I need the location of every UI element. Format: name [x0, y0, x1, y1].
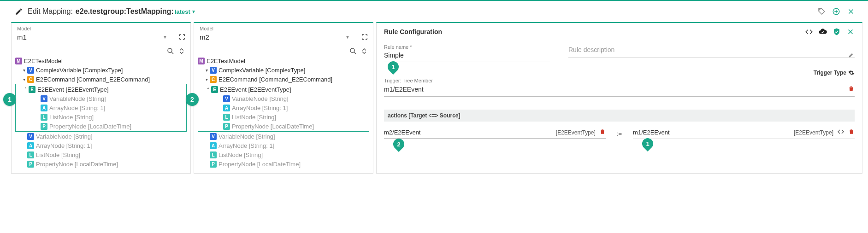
- delete-trigger-button[interactable]: [848, 85, 855, 93]
- variable-badge-icon: V: [223, 95, 230, 102]
- expand-icon[interactable]: ▾: [21, 68, 27, 73]
- tree-node-complex[interactable]: ▾ V ComplexVariable [ComplexType]: [198, 65, 369, 75]
- tree-node[interactable]: LListNode [String]: [17, 112, 185, 122]
- search-button[interactable]: [349, 47, 357, 55]
- version-chevron-icon[interactable]: ▾: [192, 8, 195, 15]
- array-badge-icon: A: [223, 105, 230, 111]
- array-badge-icon: A: [41, 105, 47, 111]
- tree-node-root[interactable]: M E2ETestModel: [198, 56, 369, 65]
- variable-badge-icon: V: [210, 67, 217, 74]
- mapping-version[interactable]: latest: [175, 8, 190, 15]
- tree-node[interactable]: PPropertyNode [LocalDateTime]: [15, 159, 187, 169]
- model-tree: M E2ETestModel ▾ V ComplexVariable [Comp…: [194, 56, 373, 173]
- list-badge-icon: L: [210, 151, 217, 158]
- close-button[interactable]: [847, 7, 855, 16]
- search-button[interactable]: [166, 47, 175, 55]
- trigger-type-label: Trigger Type: [814, 70, 846, 76]
- search-icon: [166, 47, 175, 55]
- rule-name-input[interactable]: [384, 50, 550, 62]
- action-row: m2/E2EEvent [E2EEventType] 2 := m1/E2EEv…: [384, 128, 855, 139]
- rule-close-button[interactable]: [846, 28, 855, 36]
- model-badge-icon: M: [15, 58, 22, 64]
- pencil-icon: [15, 7, 23, 16]
- sort-button[interactable]: [360, 47, 368, 55]
- tree-node[interactable]: VVariableNode [String]: [15, 132, 187, 141]
- tree-node-event[interactable]: ˄ E E2EEvent [E2EEventType]: [199, 85, 368, 94]
- tree-node-event[interactable]: ˄ E E2EEvent [E2EEventType]: [17, 85, 185, 94]
- expand-icon[interactable]: ▾: [21, 77, 27, 82]
- fullscreen-button[interactable]: [178, 33, 186, 41]
- fullscreen-icon: [361, 33, 368, 41]
- collapse-icon[interactable]: ˄: [22, 87, 29, 92]
- trash-icon: [848, 128, 855, 135]
- cloud-check-icon: [819, 28, 827, 36]
- page-header: Edit Mapping: e2e.testgroup:TestMapping:…: [0, 0, 868, 22]
- tree-node[interactable]: AArrayNode [String: 1]: [198, 141, 369, 150]
- collapse-icon[interactable]: ˄: [205, 87, 211, 92]
- tree-node-root[interactable]: M E2ETestModel: [15, 56, 187, 65]
- rule-description-input[interactable]: Rule description: [568, 44, 855, 58]
- tree-node-complex[interactable]: ▾ V ComplexVariable [ComplexType]: [15, 65, 187, 75]
- property-badge-icon: P: [41, 123, 47, 130]
- action-source-path: m1/E2EEvent: [633, 129, 670, 136]
- expand-icon[interactable]: ▾: [203, 68, 210, 73]
- edit-description-button[interactable]: [848, 52, 855, 59]
- cloud-button[interactable]: [819, 28, 827, 36]
- action-target-type: [E2EEventType]: [556, 129, 596, 136]
- search-icon: [349, 47, 357, 55]
- fullscreen-button[interactable]: [361, 33, 368, 41]
- tree-node[interactable]: AArrayNode [String: 1]: [15, 141, 187, 150]
- model-selected-value: m2: [200, 33, 345, 41]
- validate-button[interactable]: [833, 28, 841, 36]
- dropdown-caret-icon: ▼: [163, 35, 167, 40]
- rule-description-placeholder: Rule description: [568, 46, 614, 53]
- tree-node-command[interactable]: ▾ C E2ECommand [Command_E2ECommand]: [198, 75, 369, 84]
- trigger-type-button[interactable]: Trigger Type: [814, 70, 855, 76]
- code-view-button[interactable]: [805, 28, 813, 36]
- array-badge-icon: A: [27, 142, 34, 149]
- tree-node[interactable]: VVariableNode [String]: [198, 132, 369, 141]
- action-source-field[interactable]: m1/E2EEvent [E2EEventType] 1: [633, 128, 855, 139]
- tag-button[interactable]: [817, 7, 826, 16]
- delete-target-button[interactable]: [599, 128, 606, 136]
- action-target-field[interactable]: m2/E2EEvent [E2EEventType] 2: [384, 128, 606, 139]
- callout-marker-2: 2: [186, 93, 199, 106]
- expand-icon[interactable]: ▾: [203, 77, 210, 82]
- tree-node[interactable]: VVariableNode [String]: [199, 94, 368, 103]
- tree-node-command[interactable]: ▾ C E2ECommand [Command_E2ECommand]: [15, 75, 187, 84]
- add-button[interactable]: [832, 7, 840, 16]
- tree-node[interactable]: LListNode [String]: [198, 150, 369, 159]
- code-icon: [805, 28, 813, 36]
- tree-node[interactable]: LListNode [String]: [15, 150, 187, 159]
- tree-node[interactable]: PPropertyNode [LocalDateTime]: [17, 122, 185, 131]
- tree-node[interactable]: AArrayNode [String: 1]: [17, 103, 185, 112]
- command-badge-icon: C: [27, 76, 34, 83]
- model-tree: M E2ETestModel ▾ V ComplexVariable [Comp…: [12, 56, 190, 173]
- array-badge-icon: A: [210, 142, 217, 149]
- tree-node[interactable]: LListNode [String]: [199, 112, 368, 122]
- svg-point-0: [819, 9, 820, 10]
- tree-node[interactable]: PPropertyNode [LocalDateTime]: [199, 122, 368, 131]
- pencil-icon: [848, 52, 855, 58]
- callout-marker-1: 1: [3, 93, 16, 106]
- sort-button[interactable]: [177, 47, 186, 55]
- model-selector[interactable]: m1 ▼: [17, 31, 167, 44]
- property-badge-icon: P: [223, 123, 230, 130]
- model-badge-icon: M: [198, 58, 205, 64]
- close-icon: [847, 7, 855, 16]
- rule-name-label: Rule name *: [384, 44, 550, 50]
- source-code-button[interactable]: [837, 128, 844, 137]
- trigger-value-field[interactable]: m1/E2EEvent: [384, 83, 855, 97]
- tree-node[interactable]: AArrayNode [String: 1]: [199, 103, 368, 112]
- event-badge-icon: E: [211, 86, 218, 93]
- actions-header: actions [Target <=> Source]: [384, 110, 855, 122]
- list-badge-icon: L: [41, 114, 47, 121]
- command-badge-icon: C: [210, 76, 217, 83]
- model-label: Model: [16, 26, 186, 31]
- model-selector[interactable]: m2 ▼: [200, 31, 350, 44]
- trash-icon: [848, 85, 855, 92]
- fullscreen-icon: [178, 33, 186, 41]
- tree-node[interactable]: VVariableNode [String]: [17, 94, 185, 103]
- delete-source-button[interactable]: [848, 128, 855, 136]
- tree-node[interactable]: PPropertyNode [LocalDateTime]: [198, 159, 369, 169]
